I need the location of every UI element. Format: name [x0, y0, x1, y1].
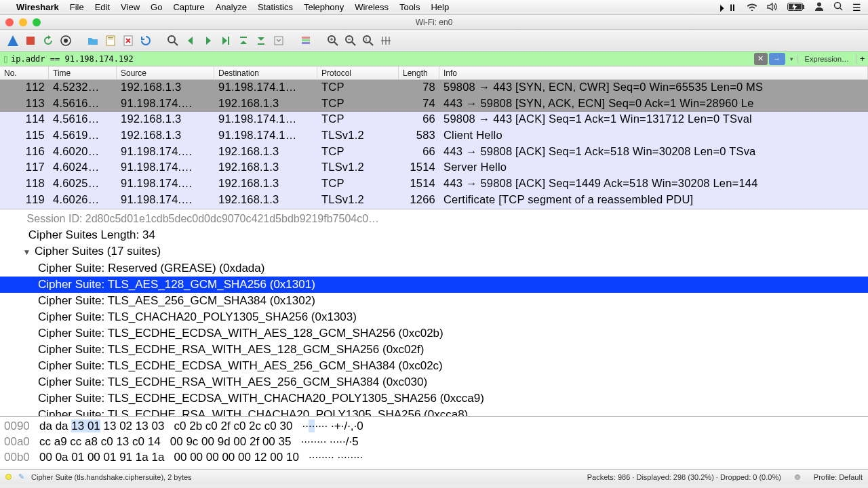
- menu-analyze[interactable]: Analyze: [216, 2, 247, 12]
- menu-telephony[interactable]: Telephony: [304, 2, 344, 12]
- filter-history-dropdown[interactable]: ▾: [787, 56, 797, 62]
- packet-row[interactable]: 1174.6024…91.198.174.…192.168.1.3TLSv1.2…: [0, 160, 868, 176]
- detail-line[interactable]: Cipher Suite: TLS_ECDHE_RSA_WITH_AES_128…: [0, 342, 868, 358]
- menu-file[interactable]: File: [70, 2, 84, 12]
- menu-tools[interactable]: Tools: [399, 2, 420, 12]
- restart-capture-button[interactable]: [41, 33, 56, 48]
- volume-icon[interactable]: [767, 2, 778, 13]
- menu-statistics[interactable]: Statistics: [258, 2, 293, 12]
- spotlight-icon[interactable]: [833, 1, 843, 13]
- hex-row[interactable]: 0090 da da 13 01 13 02 13 03 c0 2b c0 2f…: [4, 418, 864, 434]
- filter-expression-button[interactable]: Expression…: [797, 55, 856, 63]
- detail-line[interactable]: Cipher Suite: TLS_AES_128_GCM_SHA256 (0x…: [0, 277, 868, 293]
- detail-line[interactable]: Session ID: 2d80c5d01e1cdb5dec0d0dc9070c…: [0, 211, 868, 227]
- column-protocol[interactable]: Protocol: [317, 66, 399, 79]
- close-file-button[interactable]: [121, 33, 136, 48]
- window-zoom-button[interactable]: [33, 18, 41, 26]
- packet-row[interactable]: 1184.6025…91.198.174.…192.168.1.3TCP1514…: [0, 176, 868, 192]
- column-info[interactable]: Info: [439, 66, 868, 79]
- detail-expandable[interactable]: ▼ Cipher Suites (17 suites): [0, 243, 868, 260]
- svg-text:1: 1: [365, 37, 368, 42]
- zoom-out-button[interactable]: [343, 33, 358, 48]
- hex-row[interactable]: 00a0 cc a9 cc a8 c0 13 c0 14 00 9c 00 9d…: [4, 434, 864, 449]
- detail-line[interactable]: Cipher Suite: TLS_ECDHE_ECDSA_WITH_AES_1…: [0, 325, 868, 342]
- svg-point-4: [835, 3, 841, 9]
- resize-columns-button[interactable]: [378, 33, 393, 48]
- window-minimize-button[interactable]: [19, 18, 27, 26]
- svg-point-8: [64, 39, 68, 43]
- profile-indicator-icon: [795, 474, 800, 480]
- packet-row[interactable]: 1194.6026…91.198.174.…192.168.1.3TLSv1.2…: [0, 192, 868, 209]
- packet-row[interactable]: 1164.6020…91.198.174.…192.168.1.3TCP6644…: [0, 144, 868, 161]
- disclosure-triangle-icon[interactable]: ▼: [22, 244, 31, 260]
- window-close-button[interactable]: [5, 18, 14, 26]
- user-icon[interactable]: [814, 1, 824, 13]
- go-forward-button[interactable]: [201, 33, 216, 48]
- open-file-button[interactable]: [85, 33, 100, 48]
- status-field-info: Cipher Suite (tls.handshake.ciphersuite)…: [31, 473, 192, 481]
- detail-line[interactable]: Cipher Suite: Reserved (GREASE) (0xdada): [0, 260, 868, 277]
- menu-view[interactable]: View: [121, 2, 140, 12]
- packet-row[interactable]: 1154.5619…192.168.1.391.198.174.1…TLSv1.…: [0, 128, 868, 144]
- reload-file-button[interactable]: [138, 33, 153, 48]
- detail-line[interactable]: Cipher Suite: TLS_ECDHE_RSA_WITH_CHACHA2…: [0, 407, 868, 416]
- column-length[interactable]: Length: [399, 66, 439, 79]
- menu-extras-icon[interactable]: ☰: [852, 2, 861, 13]
- status-profile[interactable]: Profile: Default: [814, 473, 863, 481]
- display-filter-input[interactable]: [11, 54, 753, 64]
- app-name[interactable]: Wireshark: [16, 2, 59, 12]
- menu-wireless[interactable]: Wireless: [355, 2, 389, 12]
- battery-icon[interactable]: [787, 2, 805, 13]
- column-no[interactable]: No.: [0, 66, 49, 79]
- menu-capture[interactable]: Capture: [173, 2, 204, 12]
- clear-filter-button[interactable]: ✕: [754, 53, 768, 65]
- wifi-icon[interactable]: [747, 2, 757, 13]
- detail-line[interactable]: Cipher Suites Length: 34: [0, 227, 868, 243]
- svg-rect-6: [26, 37, 35, 45]
- detail-line[interactable]: Cipher Suite: TLS_ECDHE_RSA_WITH_AES_256…: [0, 374, 868, 390]
- hex-row[interactable]: 00b0 00 0a 01 00 01 91 1a 1a 00 00 00 00…: [4, 449, 864, 465]
- svg-rect-10: [108, 37, 113, 38]
- zoom-in-button[interactable]: [326, 33, 340, 48]
- column-source[interactable]: Source: [117, 66, 214, 79]
- column-destination[interactable]: Destination: [214, 66, 317, 79]
- packet-details-pane[interactable]: Session ID: 2d80c5d01e1cdb5dec0d0dc9070c…: [0, 209, 868, 416]
- packet-row[interactable]: 1134.5616…91.198.174.…192.168.1.3TCP7444…: [0, 96, 868, 113]
- window-titlebar: Wi-Fi: en0: [0, 15, 868, 30]
- expert-info-led-icon[interactable]: [5, 474, 12, 480]
- packet-row[interactable]: 1144.5616…192.168.1.391.198.174.1…TCP665…: [0, 112, 868, 128]
- capture-file-props-icon[interactable]: ✎: [18, 472, 24, 481]
- menu-edit[interactable]: Edit: [95, 2, 110, 12]
- detail-line[interactable]: Cipher Suite: TLS_AES_256_GCM_SHA384 (0x…: [0, 293, 868, 309]
- capture-options-button[interactable]: [58, 33, 73, 48]
- status-bar: ✎ Cipher Suite (tls.handshake.ciphersuit…: [0, 469, 868, 484]
- save-file-button[interactable]: [103, 33, 118, 48]
- detail-line[interactable]: Cipher Suite: TLS_ECDHE_ECDSA_WITH_CHACH…: [0, 390, 868, 407]
- svg-line-23: [334, 42, 338, 45]
- svg-line-30: [370, 42, 373, 45]
- zoom-reset-button[interactable]: 1: [361, 33, 376, 48]
- go-first-button[interactable]: [236, 33, 251, 48]
- detail-line[interactable]: Cipher Suite: TLS_CHACHA20_POLY1305_SHA2…: [0, 309, 868, 325]
- svg-rect-19: [302, 37, 310, 39]
- start-capture-button[interactable]: [5, 33, 20, 48]
- packet-row[interactable]: 1124.5232…192.168.1.391.198.174.1…TCP785…: [0, 80, 868, 96]
- packet-list[interactable]: 1124.5232…192.168.1.391.198.174.1…TCP785…: [0, 80, 868, 209]
- go-back-button[interactable]: [183, 33, 198, 48]
- filter-bookmark-icon[interactable]: ▯: [0, 54, 11, 64]
- colorize-button[interactable]: [298, 33, 313, 48]
- status-packet-counts: Packets: 986 · Displayed: 298 (30.2%) · …: [587, 473, 781, 481]
- apply-filter-button[interactable]: →: [769, 53, 785, 65]
- control-center-icon[interactable]: ⏵⏸: [718, 2, 737, 13]
- menu-help[interactable]: Help: [431, 2, 449, 12]
- packet-bytes-pane[interactable]: 0090 da da 13 01 13 02 13 03 c0 2b c0 2f…: [0, 416, 868, 469]
- stop-capture-button[interactable]: [23, 33, 38, 48]
- menu-go[interactable]: Go: [151, 2, 162, 12]
- go-last-button[interactable]: [254, 33, 269, 48]
- auto-scroll-button[interactable]: [271, 33, 286, 48]
- column-time[interactable]: Time: [49, 66, 117, 79]
- find-packet-button[interactable]: [165, 33, 180, 48]
- add-filter-button[interactable]: +: [856, 54, 868, 64]
- detail-line[interactable]: Cipher Suite: TLS_ECDHE_ECDSA_WITH_AES_2…: [0, 358, 868, 374]
- go-to-packet-button[interactable]: [218, 33, 233, 48]
